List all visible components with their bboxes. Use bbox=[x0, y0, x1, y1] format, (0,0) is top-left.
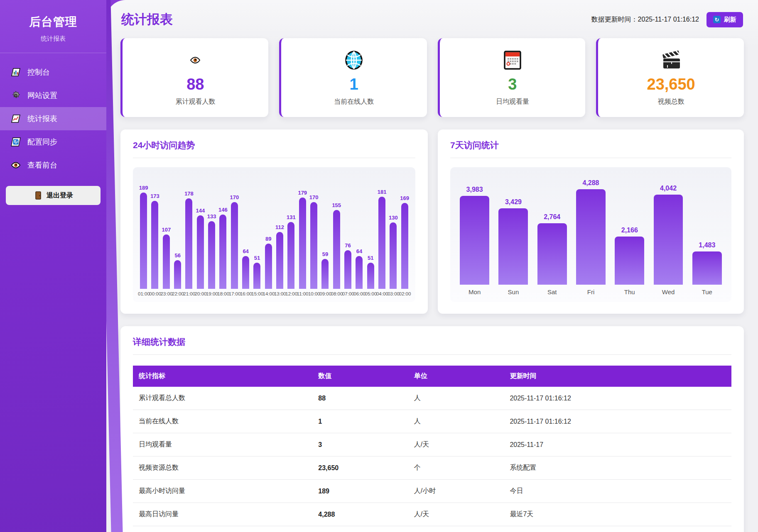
bar-value-label: 2,166 bbox=[621, 227, 638, 234]
bar-slot: 131 bbox=[285, 170, 297, 289]
sidebar-item-4[interactable]: 查看前台 bbox=[0, 154, 106, 177]
bar-slot: 155 bbox=[331, 170, 342, 289]
bar bbox=[390, 222, 397, 289]
sidebar-item-2[interactable]: 统计报表 bbox=[0, 107, 106, 130]
sidebar-divider bbox=[0, 53, 106, 53]
x-axis-label: 17:00 bbox=[229, 291, 240, 296]
bar bbox=[242, 256, 249, 289]
bar-value-label: 4,288 bbox=[582, 179, 599, 187]
bar-value-label: 107 bbox=[162, 227, 171, 233]
table-cell: 1 bbox=[312, 410, 408, 433]
bar-slot: 64 bbox=[353, 170, 365, 289]
bar bbox=[140, 193, 147, 289]
bar-slot: 107 bbox=[161, 170, 172, 289]
bar-value-label: 155 bbox=[332, 202, 341, 208]
table-cell: 人 bbox=[408, 410, 504, 433]
bar-slot: 64 bbox=[240, 170, 251, 289]
bar-slot: 179 bbox=[297, 170, 308, 289]
bar-value-label: 179 bbox=[298, 190, 307, 196]
table-cell: 人/小时 bbox=[408, 480, 504, 503]
x-axis-label: 06:00 bbox=[353, 291, 365, 296]
calendar-icon bbox=[440, 50, 586, 71]
sidebar-header: 后台管理 统计报表 bbox=[0, 0, 106, 53]
bar bbox=[174, 260, 181, 289]
x-axis-label: 08:00 bbox=[331, 291, 342, 296]
bar-slot: 2,764 bbox=[533, 170, 572, 285]
x-axis-label: Mon bbox=[455, 288, 494, 295]
x-axis-label: 23:00 bbox=[161, 291, 172, 296]
bar bbox=[692, 251, 722, 285]
bar bbox=[654, 195, 683, 285]
x-axis-label: 15:00 bbox=[251, 291, 262, 296]
table-row: 当前在线人数1人2025-11-17 01:16:12 bbox=[133, 410, 731, 433]
bar-value-label: 51 bbox=[254, 255, 260, 261]
bar bbox=[321, 259, 329, 289]
x-axis-label: 11:00 bbox=[297, 291, 308, 296]
stat-label: 累计观看人数 bbox=[123, 98, 268, 106]
x-axis-label: Sat bbox=[533, 288, 572, 295]
bar-slot: 112 bbox=[274, 170, 285, 289]
bar bbox=[231, 202, 238, 289]
bar-value-label: 146 bbox=[218, 207, 228, 213]
app-subtitle: 统计报表 bbox=[0, 35, 106, 43]
bar-slot: 4,042 bbox=[649, 170, 687, 285]
table-cell: 2025-11-17 bbox=[504, 433, 731, 456]
refresh-button[interactable]: ↻ 刷新 bbox=[706, 12, 743, 27]
bar-value-label: 189 bbox=[139, 185, 148, 191]
chart-7day-x-labels: MonSunSatFriThuWedTue bbox=[455, 285, 726, 299]
table-cell: 189 bbox=[312, 480, 408, 503]
table-cell: 23,650 bbox=[312, 456, 408, 480]
bar-slot: 173 bbox=[149, 170, 160, 289]
bar-value-label: 173 bbox=[150, 193, 159, 199]
table-header-cell: 单位 bbox=[408, 366, 504, 387]
bar-slot: 178 bbox=[183, 170, 194, 289]
x-axis-label: 05:00 bbox=[365, 291, 376, 296]
x-axis-label: 19:00 bbox=[206, 291, 217, 296]
page-title: 统计报表 bbox=[121, 11, 173, 28]
bar-value-label: 131 bbox=[287, 214, 296, 220]
sidebar-item-label: 网站设置 bbox=[27, 90, 57, 100]
table-cell: 2025-11-17 01:16:12 bbox=[504, 387, 731, 410]
update-time-text: 数据更新时间：2025-11-17 01:16:12 bbox=[591, 15, 699, 24]
bar-slot: 170 bbox=[229, 170, 240, 289]
sidebar-item-1[interactable]: 网站设置 bbox=[0, 84, 106, 107]
gear-icon bbox=[11, 90, 21, 100]
bar-slot: 1,483 bbox=[688, 170, 726, 285]
table-cell: 系统配置 bbox=[504, 456, 731, 480]
table-cell: 今日 bbox=[504, 480, 731, 503]
bar-value-label: 4,042 bbox=[660, 185, 677, 192]
bar bbox=[219, 215, 226, 289]
table-cell: 人/天 bbox=[408, 503, 504, 526]
bar-value-label: 1,483 bbox=[699, 242, 715, 249]
bar bbox=[151, 201, 158, 289]
bar-value-label: 170 bbox=[309, 194, 319, 200]
logout-label: 退出登录 bbox=[47, 191, 73, 200]
sidebar-item-0[interactable]: 控制台 bbox=[0, 61, 106, 84]
bar bbox=[460, 196, 489, 285]
bar bbox=[287, 222, 294, 289]
dashboard-icon bbox=[11, 67, 21, 77]
stats-table: 统计指标数值单位更新时间 累计观看总人数88人2025-11-17 01:16:… bbox=[133, 366, 731, 526]
bar-slot: 89 bbox=[263, 170, 274, 289]
x-axis-label: 22:00 bbox=[172, 291, 183, 296]
table-row: 最高小时访问量189人/小时今日 bbox=[133, 480, 731, 503]
table-cell: 88 bbox=[312, 387, 408, 410]
x-axis-label: 03:00 bbox=[388, 291, 399, 296]
sidebar-item-3[interactable]: ↻配置同步 bbox=[0, 130, 106, 154]
stats-table-title: 详细统计数据 bbox=[133, 336, 731, 355]
stat-cards-row: 88累计观看人数1当前在线人数3日均观看量23,650视频总数 bbox=[120, 38, 744, 117]
bar-value-label: 112 bbox=[275, 224, 284, 230]
table-cell: 个 bbox=[408, 456, 504, 480]
bar-slot: 3,983 bbox=[455, 170, 494, 285]
bar-slot: 130 bbox=[388, 170, 399, 289]
x-axis-label: 07:00 bbox=[342, 291, 353, 296]
stat-card-0: 88累计观看人数 bbox=[120, 38, 268, 117]
update-time-value: 2025-11-17 01:16:12 bbox=[638, 16, 699, 23]
table-row: 日均观看量3人/天2025-11-17 bbox=[133, 433, 731, 456]
sync-icon: ↻ bbox=[11, 137, 21, 147]
x-axis-label: Thu bbox=[610, 288, 649, 295]
logout-button[interactable]: 退出登录 bbox=[6, 186, 101, 205]
bar-value-label: 56 bbox=[174, 252, 180, 259]
table-cell: 日均观看量 bbox=[133, 433, 312, 456]
bar-value-label: 130 bbox=[389, 215, 398, 221]
